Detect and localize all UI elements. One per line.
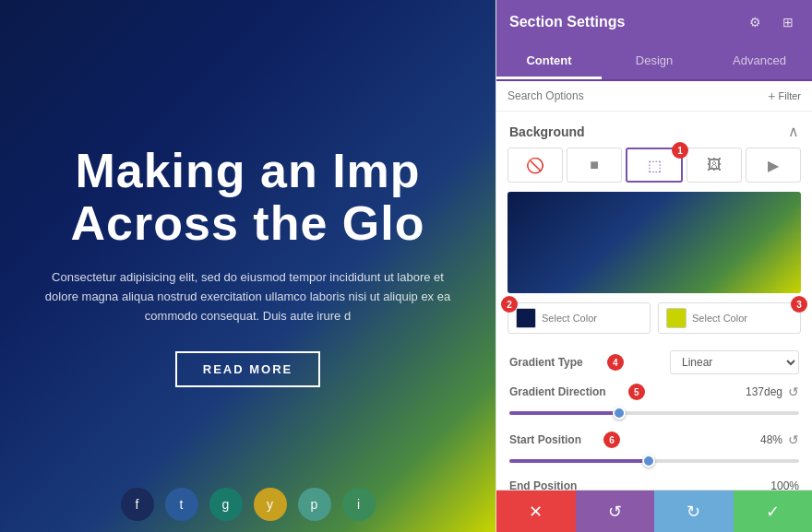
gradient-type-row: Gradient Type 4 Linear [496, 345, 812, 380]
reset-button[interactable]: ↺ [576, 491, 655, 532]
gradient-bg-icon: ⬚ [648, 157, 662, 174]
color-picker-left[interactable]: 2 Select Color [508, 302, 651, 334]
gradient-direction-reset[interactable]: ↺ [788, 384, 799, 399]
start-position-slider[interactable] [509, 454, 799, 468]
cancel-button[interactable]: ✕ [496, 491, 576, 532]
color-left-badge: 2 [501, 296, 518, 313]
gradient-preview [508, 192, 801, 293]
settings-icon-button[interactable]: ⚙ [744, 11, 766, 33]
gradient-direction-track [509, 411, 799, 415]
end-position-label: End Position [509, 479, 577, 490]
end-position-value-group: 100% [753, 479, 799, 490]
gradient-direction-value: 137deg [736, 385, 782, 398]
video-bg-icon: ▶ [768, 157, 779, 174]
end-position-row: End Position 100% [496, 476, 812, 490]
image-bg-icon: 🖼 [707, 157, 722, 173]
gradient-direction-value-group: 137deg ↺ [736, 384, 799, 399]
tab-content[interactable]: Content [496, 44, 602, 79]
read-more-button[interactable]: READ MORE [175, 351, 320, 387]
no-bg-icon: 🚫 [526, 157, 544, 174]
redo-button[interactable]: ↻ [654, 491, 734, 532]
save-button[interactable]: ✓ [734, 491, 813, 532]
start-position-value-group: 48% ↺ [736, 432, 799, 447]
settings-panel: Section Settings ⚙ ⊞ Content Design Adva… [496, 0, 812, 532]
background-section-header: Background ∧ [496, 112, 812, 148]
bg-none-button[interactable]: 🚫 [508, 148, 563, 183]
start-position-track [509, 459, 799, 463]
social-icon-3[interactable]: g [209, 488, 243, 521]
gradient-type-select[interactable]: Linear [670, 350, 799, 374]
tab-design[interactable]: Design [602, 44, 707, 79]
social-icon-4[interactable]: y [254, 488, 287, 521]
canvas-heading: Making an ImpAcross the Glo [71, 145, 425, 250]
color-right-label: Select Color [692, 313, 747, 324]
bg-video-button[interactable]: ▶ [746, 148, 801, 183]
color-left-label: Select Color [542, 313, 597, 324]
start-position-fill [509, 459, 649, 463]
end-position-value: 100% [753, 479, 799, 490]
canvas-area: Making an ImpAcross the Glo Consectetur … [0, 0, 496, 532]
color-bg-icon: ■ [590, 157, 599, 173]
social-icon-5[interactable]: p [298, 488, 331, 521]
tab-advanced[interactable]: Advanced [707, 44, 812, 79]
filter-button[interactable]: + Filter [768, 89, 801, 103]
bg-image-button[interactable]: 🖼 [687, 148, 742, 183]
gradient-direction-fill [509, 411, 619, 415]
filter-label: Filter [779, 90, 801, 101]
start-position-header: Start Position 6 48% ↺ [509, 432, 799, 448]
gradient-type-control: Linear [670, 350, 799, 374]
expand-icon-button[interactable]: ⊞ [777, 11, 799, 33]
color-right-badge: 3 [791, 296, 807, 313]
left-color-swatch [516, 308, 536, 328]
bg-type-row: 🚫 ■ ⬚ 1 🖼 ▶ [496, 148, 812, 192]
start-position-value: 48% [736, 433, 782, 446]
search-input[interactable] [508, 89, 762, 102]
social-icon-1[interactable]: f [121, 488, 154, 521]
panel-search-bar: + Filter [496, 81, 812, 112]
color-picker-right[interactable]: 3 Select Color [658, 302, 801, 334]
background-section-title: Background [509, 124, 585, 139]
bg-color-button[interactable]: ■ [567, 148, 622, 183]
social-icon-2[interactable]: t [165, 488, 198, 521]
panel-header-icons: ⚙ ⊞ [744, 11, 799, 33]
gradient-type-label: Gradient Type [509, 356, 583, 369]
canvas-body: Consectetur adipisicing elit, sed do eiu… [45, 268, 451, 325]
panel-content: Background ∧ 🚫 ■ ⬚ 1 🖼 ▶ [496, 112, 812, 490]
start-position-row: Start Position 6 48% ↺ [496, 428, 812, 476]
bg-gradient-button[interactable]: ⬚ 1 [626, 148, 683, 183]
start-position-reset[interactable]: ↺ [788, 432, 799, 447]
filter-plus-icon: + [768, 89, 775, 103]
end-position-header: End Position 100% [509, 479, 799, 490]
right-color-swatch [666, 308, 687, 328]
color-pickers-row: 2 Select Color 3 Select Color [496, 302, 812, 345]
panel-header: Section Settings ⚙ ⊞ [496, 0, 812, 44]
start-position-label: Start Position [509, 433, 581, 446]
start-position-badge: 6 [603, 432, 620, 448]
panel-tabs: Content Design Advanced [496, 44, 812, 81]
gradient-direction-header: Gradient Direction 5 137deg ↺ [509, 384, 799, 400]
panel-bottom-bar: ✕ ↺ ↻ ✓ [496, 490, 812, 532]
gradient-direction-row: Gradient Direction 5 137deg ↺ [496, 380, 812, 428]
gradient-type-badge: 4 [607, 354, 624, 371]
gradient-direction-label: Gradient Direction [509, 385, 606, 398]
social-icons-row: f t g y p i [0, 488, 496, 521]
gradient-direction-slider[interactable] [509, 406, 799, 420]
panel-title: Section Settings [509, 14, 625, 30]
start-position-thumb[interactable] [642, 455, 655, 467]
social-icon-6[interactable]: i [342, 488, 376, 521]
background-collapse-button[interactable]: ∧ [788, 123, 799, 140]
gradient-badge: 1 [672, 142, 688, 159]
gradient-direction-badge: 5 [628, 384, 645, 400]
gradient-direction-thumb[interactable] [613, 407, 626, 420]
